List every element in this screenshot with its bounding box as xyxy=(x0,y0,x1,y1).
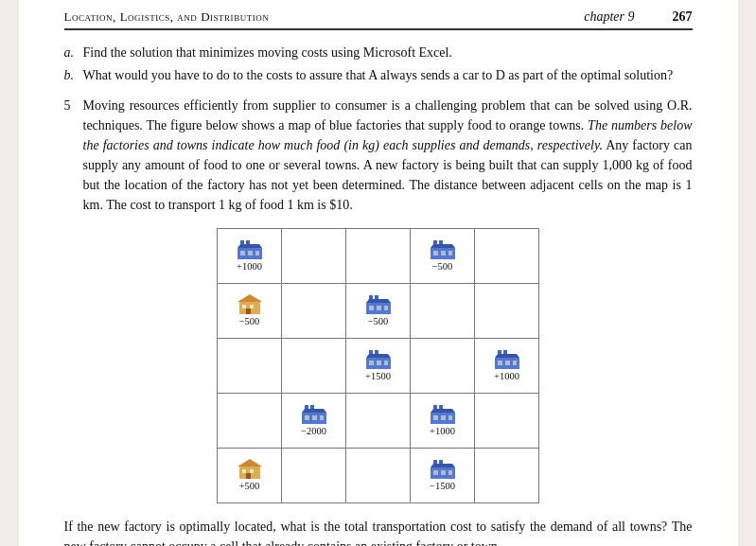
svg-rect-30 xyxy=(369,361,374,365)
svg-rect-6 xyxy=(255,251,259,255)
grid-cell xyxy=(282,448,346,502)
grid-cell xyxy=(475,283,539,338)
svg-marker-54 xyxy=(237,459,262,467)
grid-cell: −500 xyxy=(411,228,475,283)
svg-rect-11 xyxy=(433,251,438,255)
subproblem-a-text: Find the solution that minimizes moving … xyxy=(83,44,452,62)
cell-value: −500 xyxy=(432,261,453,273)
svg-rect-24 xyxy=(377,306,381,310)
svg-marker-28 xyxy=(366,354,391,358)
cell-value: +500 xyxy=(239,481,260,493)
svg-marker-14 xyxy=(237,294,262,302)
grid-cell: −500 xyxy=(218,283,282,338)
svg-marker-35 xyxy=(495,354,519,358)
svg-rect-31 xyxy=(377,361,381,365)
grid-cell: +1500 xyxy=(346,338,411,393)
grid-cell xyxy=(282,228,346,283)
cell-value: +1000 xyxy=(494,371,519,383)
svg-rect-52 xyxy=(441,415,446,420)
svg-rect-63 xyxy=(433,470,438,475)
grid-cell: −1500 xyxy=(411,448,475,502)
grid-cell: +1000 xyxy=(218,228,282,283)
svg-rect-44 xyxy=(305,415,309,420)
grid-cell xyxy=(218,338,282,393)
grid-cell xyxy=(475,228,539,283)
svg-rect-18 xyxy=(246,308,251,314)
svg-rect-37 xyxy=(498,361,502,365)
grid-cell xyxy=(475,448,539,502)
problem-5-text: Moving resources efficiently from suppli… xyxy=(83,96,693,215)
cell-value: −1500 xyxy=(430,481,455,493)
svg-marker-2 xyxy=(237,244,262,248)
cell-value: −2000 xyxy=(301,426,326,438)
grid-figure: +1000 −500 xyxy=(64,228,693,503)
cell-value: +1000 xyxy=(430,426,455,438)
cell-value: +1500 xyxy=(365,371,391,383)
svg-rect-16 xyxy=(242,305,246,308)
grid-cell: +1000 xyxy=(411,393,475,448)
grid-cell xyxy=(218,393,282,448)
svg-rect-12 xyxy=(441,251,446,255)
grid-cell xyxy=(475,393,539,448)
grid-cell xyxy=(282,283,346,338)
grid-cell: −2000 xyxy=(282,393,346,448)
subproblem-b-text: What would you have to do to the costs t… xyxy=(83,66,674,85)
problem-5: 5 Moving resources efficiently from supp… xyxy=(64,96,693,215)
page-header: Location, Logistics, and Distribution ch… xyxy=(64,9,693,30)
svg-rect-4 xyxy=(240,251,245,255)
svg-rect-64 xyxy=(441,470,446,475)
svg-marker-9 xyxy=(431,244,455,248)
svg-rect-46 xyxy=(320,415,324,420)
svg-rect-17 xyxy=(250,305,254,308)
svg-marker-42 xyxy=(302,409,326,413)
subproblem-b-label: b. xyxy=(64,66,78,85)
grid-cell: +500 xyxy=(218,448,282,502)
cell-value: +1000 xyxy=(237,261,262,273)
header-right: chapter 9 267 xyxy=(584,9,692,25)
subproblem-list: a. Find the solution that minimizes movi… xyxy=(64,44,693,86)
grid-cell xyxy=(346,448,411,502)
header-title: Location, Logistics, and Distribution xyxy=(64,9,270,25)
grid-table: +1000 −500 xyxy=(217,228,539,503)
svg-rect-53 xyxy=(448,415,452,420)
svg-rect-58 xyxy=(246,473,251,479)
svg-marker-61 xyxy=(431,464,455,467)
subproblem-a-label: a. xyxy=(64,44,78,62)
svg-rect-13 xyxy=(448,251,452,255)
svg-rect-65 xyxy=(448,470,452,475)
svg-rect-56 xyxy=(242,469,246,473)
problem-number: 5 xyxy=(64,96,78,215)
svg-rect-32 xyxy=(384,361,388,365)
svg-rect-45 xyxy=(312,415,317,420)
svg-rect-57 xyxy=(250,469,254,473)
svg-rect-51 xyxy=(433,415,438,420)
grid-cell xyxy=(346,393,411,448)
chapter-label: chapter 9 xyxy=(584,9,634,25)
list-item: a. Find the solution that minimizes movi… xyxy=(64,44,693,62)
svg-marker-49 xyxy=(431,409,455,413)
svg-rect-23 xyxy=(369,306,374,310)
grid-cell xyxy=(346,228,411,283)
svg-marker-21 xyxy=(366,299,391,303)
page: Location, Logistics, and Distribution ch… xyxy=(19,0,738,546)
svg-rect-38 xyxy=(505,361,510,365)
svg-rect-5 xyxy=(248,251,253,255)
list-item: b. What would you have to do to the cost… xyxy=(64,66,693,85)
grid-cell xyxy=(411,338,475,393)
cell-value: −500 xyxy=(239,316,260,328)
page-number: 267 xyxy=(673,9,693,25)
cell-value: −500 xyxy=(368,316,389,328)
svg-rect-25 xyxy=(384,306,388,310)
grid-cell xyxy=(282,338,346,393)
grid-cell xyxy=(411,283,475,338)
grid-cell: +1000 xyxy=(475,338,539,393)
bottom-paragraph: If the new factory is optimally located,… xyxy=(64,517,693,546)
grid-cell: −500 xyxy=(346,283,411,338)
svg-rect-39 xyxy=(513,361,517,365)
